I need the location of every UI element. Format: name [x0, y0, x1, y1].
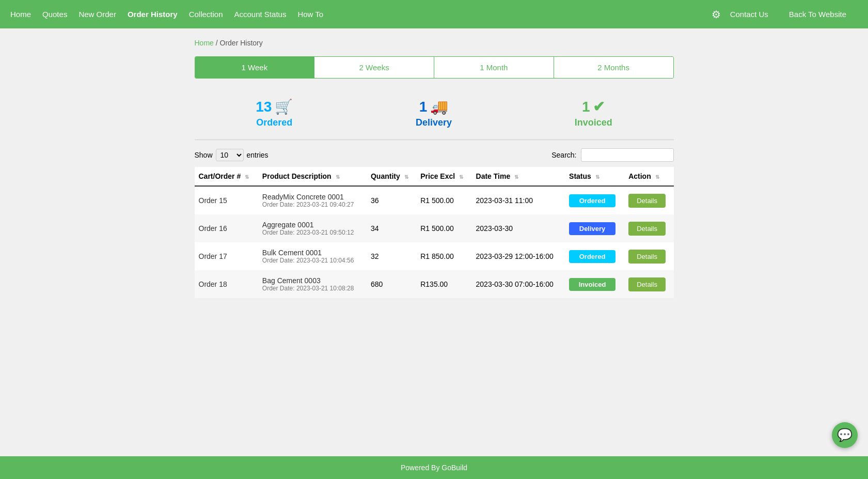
price: R135.00: [416, 270, 471, 298]
action-cell: Details: [624, 214, 673, 242]
price: R1 500.00: [416, 186, 471, 214]
nav-contact-us[interactable]: Contact Us: [730, 10, 768, 19]
stat-delivery-count-row: 1 🚚: [419, 98, 449, 115]
product-description: Bag Cement 0003 Order Date: 2023-03-21 1…: [258, 270, 367, 298]
tab-2-weeks[interactable]: 2 Weeks: [314, 57, 434, 78]
stat-ordered-count-row: 13 🛒: [256, 98, 293, 115]
search-input[interactable]: [581, 148, 674, 162]
chat-bubble[interactable]: 💬: [832, 422, 858, 448]
nav-home[interactable]: Home: [10, 10, 31, 19]
status-badge: Ordered: [569, 250, 616, 263]
sort-order-icon: ⇅: [245, 174, 249, 180]
table-row: Order 17 Bulk Cement 0001 Order Date: 20…: [195, 242, 674, 270]
order-num: Order 15: [195, 186, 258, 214]
tab-2-months[interactable]: 2 Months: [554, 57, 673, 78]
stat-invoiced-label: Invoiced: [575, 117, 612, 128]
status-badge: Delivery: [569, 222, 616, 235]
product-description: Aggregate 0001 Order Date: 2023-03-21 09…: [258, 214, 367, 242]
product-description: Bulk Cement 0001 Order Date: 2023-03-21 …: [258, 242, 367, 270]
stat-invoiced-count-row: 1 ✔: [582, 98, 605, 115]
datetime: 2023-03-30: [472, 214, 565, 242]
entries-select[interactable]: 10 25 50 100: [216, 149, 244, 161]
col-datetime[interactable]: Date Time ⇅: [472, 167, 565, 186]
nav-order-history[interactable]: Order History: [128, 10, 178, 19]
quantity: 32: [367, 242, 416, 270]
details-button[interactable]: Details: [628, 222, 666, 236]
col-action[interactable]: Action ⇅: [624, 167, 673, 186]
action-cell: Details: [624, 186, 673, 214]
datetime: 2023-03-30 07:00-16:00: [472, 270, 565, 298]
entries-label: entries: [247, 151, 269, 159]
stat-ordered-label: Ordered: [256, 117, 292, 128]
details-button[interactable]: Details: [628, 194, 666, 208]
col-status[interactable]: Status ⇅: [565, 167, 624, 186]
product-description: ReadyMix Concrete 0001 Order Date: 2023-…: [258, 186, 367, 214]
price: R1 850.00: [416, 242, 471, 270]
search-box: Search:: [551, 148, 673, 162]
table-controls: Show 10 25 50 100 entries Search:: [195, 148, 674, 162]
show-entries: Show 10 25 50 100 entries: [195, 149, 269, 161]
sort-dt-icon: ⇅: [514, 174, 518, 180]
nav-back-to-website[interactable]: Back To Website: [789, 10, 846, 19]
stat-ordered: 13 🛒 Ordered: [256, 98, 293, 128]
nav-new-order[interactable]: New Order: [78, 10, 116, 19]
breadcrumb-home[interactable]: Home: [195, 39, 214, 47]
table-row: Order 16 Aggregate 0001 Order Date: 2023…: [195, 214, 674, 242]
search-label: Search:: [551, 151, 576, 159]
order-num: Order 17: [195, 242, 258, 270]
col-product[interactable]: Product Description ⇅: [258, 167, 367, 186]
order-num: Order 18: [195, 270, 258, 298]
stat-delivery-count: 1: [419, 99, 428, 115]
quantity: 34: [367, 214, 416, 242]
table-row: Order 15 ReadyMix Concrete 0001 Order Da…: [195, 186, 674, 214]
truck-icon: 🚚: [430, 98, 448, 115]
sort-status-icon: ⇅: [595, 174, 599, 180]
order-num: Order 16: [195, 214, 258, 242]
col-quantity[interactable]: Quantity ⇅: [367, 167, 416, 186]
navbar-right: ⚙ Contact Us Back To Website: [712, 8, 858, 21]
sort-price-icon: ⇅: [459, 174, 463, 180]
chat-icon: 💬: [837, 428, 853, 442]
status-cell: Delivery: [565, 214, 624, 242]
status-cell: Ordered: [565, 186, 624, 214]
stat-invoiced-count: 1: [582, 99, 590, 115]
nav-collection[interactable]: Collection: [189, 10, 223, 19]
action-cell: Details: [624, 270, 673, 298]
sort-action-icon: ⇅: [655, 174, 659, 180]
quantity: 36: [367, 186, 416, 214]
navbar: Home Quotes New Order Order History Coll…: [0, 0, 868, 28]
nav-account-status[interactable]: Account Status: [234, 10, 287, 19]
check-icon: ✔: [593, 98, 605, 115]
basket-icon: 🛒: [275, 98, 293, 115]
breadcrumb: Home / Order History: [195, 39, 674, 47]
action-cell: Details: [624, 242, 673, 270]
stat-ordered-count: 13: [256, 99, 272, 115]
status-badge: Ordered: [569, 194, 616, 207]
tab-1-week[interactable]: 1 Week: [195, 57, 315, 78]
period-tabs: 1 Week 2 Weeks 1 Month 2 Months: [195, 56, 674, 79]
status-cell: Ordered: [565, 242, 624, 270]
sort-product-icon: ⇅: [336, 174, 340, 180]
col-order[interactable]: Cart/Order # ⇅: [195, 167, 258, 186]
datetime: 2023-03-29 12:00-16:00: [472, 242, 565, 270]
col-price[interactable]: Price Excl ⇅: [416, 167, 471, 186]
nav-how-to[interactable]: How To: [297, 10, 323, 19]
quantity: 680: [367, 270, 416, 298]
nav-quotes[interactable]: Quotes: [42, 10, 67, 19]
show-label: Show: [195, 151, 213, 159]
stat-delivery-label: Delivery: [416, 117, 452, 128]
stats-row: 13 🛒 Ordered 1 🚚 Delivery 1 ✔ Invoiced: [195, 89, 674, 140]
sort-qty-icon: ⇅: [404, 174, 408, 180]
tab-1-month[interactable]: 1 Month: [434, 57, 554, 78]
price: R1 500.00: [416, 214, 471, 242]
details-button[interactable]: Details: [628, 277, 666, 291]
footer-label: Powered By GoBuild: [401, 463, 467, 472]
breadcrumb-separator: /: [216, 39, 220, 47]
datetime: 2023-03-31 11:00: [472, 186, 565, 214]
stat-delivery: 1 🚚 Delivery: [416, 98, 452, 128]
details-button[interactable]: Details: [628, 250, 666, 264]
status-badge: Invoiced: [569, 278, 616, 291]
stat-invoiced: 1 ✔ Invoiced: [575, 98, 612, 128]
footer: Powered By GoBuild: [0, 456, 868, 479]
table-row: Order 18 Bag Cement 0003 Order Date: 202…: [195, 270, 674, 298]
